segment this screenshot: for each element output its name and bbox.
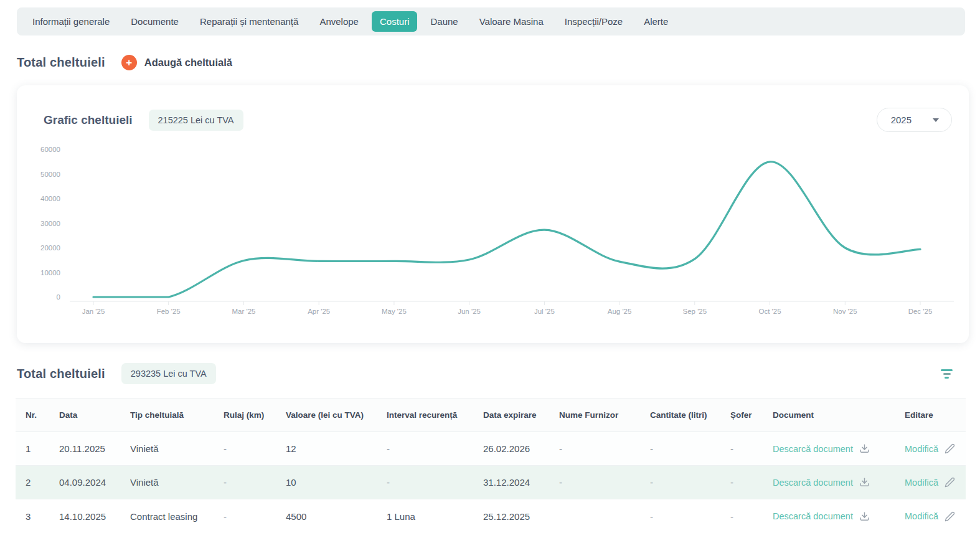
table-cell: -: [214, 477, 276, 488]
column-header-tip-cheltuial: Tip cheltuială: [120, 410, 214, 420]
edit-cell: Modifică: [895, 443, 966, 454]
table-cell: Vinietă: [120, 443, 214, 454]
edit-cell: Modifică: [895, 477, 966, 488]
tab-repara-ii-i-mentenan-[interactable]: Reparații și mentenanță: [192, 11, 306, 32]
table-cell: -: [640, 511, 720, 522]
tab-valoare-masina[interactable]: Valoare Masina: [471, 11, 552, 32]
add-expense-button[interactable]: + Adaugă cheltuială: [121, 55, 232, 70]
table-cell: 25.12.2025: [473, 511, 549, 522]
table-cell: -: [549, 477, 640, 488]
modify-link[interactable]: Modifică: [905, 444, 938, 454]
table-cell: 04.09.2024: [49, 477, 120, 488]
download-icon[interactable]: [859, 443, 870, 454]
chart-total-badge: 215225 Lei cu TVA: [149, 110, 243, 131]
expenses-table-header: Total cheltuieli 293235 Lei cu TVA: [17, 363, 965, 384]
x-tick-label: Jul '25: [534, 308, 555, 315]
table-cell: -: [214, 511, 276, 522]
tab-informa-ii-generale[interactable]: Informații generale: [24, 11, 118, 32]
x-tick-label: Nov '25: [833, 308, 857, 315]
expenses-table-head-row: Nr.DataTip cheltuialăRulaj (km)Valoare (…: [16, 398, 966, 432]
y-tick-label: 30000: [40, 220, 60, 227]
page-title: Total cheltuieli: [17, 55, 105, 70]
table-cell: 20.11.2025: [49, 443, 120, 454]
table-cell: -: [720, 443, 763, 454]
column-header-interval-recuren: Interval recurență: [377, 410, 473, 420]
download-document-link[interactable]: Descarcă document: [773, 478, 853, 488]
vehicle-tabbar: Informații generaleDocumenteReparații și…: [17, 7, 965, 35]
table-cell: 26.02.2026: [473, 443, 549, 454]
plus-icon: +: [121, 55, 137, 70]
table-cell: -: [720, 477, 763, 488]
column-header-document: Document: [763, 410, 895, 420]
x-tick-label: Dec '25: [908, 308, 933, 315]
document-cell: Descarcă document: [763, 511, 895, 522]
tab-costuri[interactable]: Costuri: [372, 11, 418, 32]
filter-icon[interactable]: [938, 367, 955, 381]
expenses-series-line: [93, 162, 920, 297]
modify-link[interactable]: Modifică: [905, 511, 938, 521]
tab-documente[interactable]: Documente: [123, 11, 187, 32]
tab-daune[interactable]: Daune: [422, 11, 466, 32]
column-header-nume-furnizor: Nume Furnizor: [549, 410, 640, 420]
table-cell: 14.10.2025: [49, 511, 120, 522]
table-cell: -: [640, 477, 720, 488]
year-select-value: 2025: [891, 115, 912, 125]
edit-pencil-icon[interactable]: [945, 511, 955, 522]
table-row: 314.10.2025Contract leasing-45001 Luna25…: [16, 499, 966, 533]
year-select[interactable]: 2025: [877, 108, 952, 132]
table-cell: -: [377, 477, 473, 488]
document-cell: Descarcă document: [763, 443, 895, 454]
table-cell: 1: [16, 443, 49, 454]
column-header-valoare-lei-cu-tva: Valoare (lei cu TVA): [276, 410, 377, 420]
column-header-nr: Nr.: [16, 410, 49, 420]
table-cell: 2: [16, 477, 49, 488]
expenses-table: Nr.DataTip cheltuialăRulaj (km)Valoare (…: [16, 398, 966, 533]
y-tick-label: 60000: [40, 146, 60, 153]
y-tick-label: 20000: [40, 244, 60, 252]
tab-alerte[interactable]: Alerte: [636, 11, 676, 32]
tab-anvelope[interactable]: Anvelope: [311, 11, 367, 32]
download-document-link[interactable]: Descarcă document: [773, 511, 853, 521]
chart-card-header: Grafic cheltuieli 215225 Lei cu TVA 2025: [17, 85, 969, 132]
document-cell: Descarcă document: [763, 477, 895, 488]
column-header-ofer: Șofer: [720, 410, 763, 420]
y-tick-label: 10000: [40, 269, 60, 276]
y-tick-label: 40000: [40, 195, 60, 202]
x-tick-label: May '25: [382, 308, 407, 315]
edit-pencil-icon[interactable]: [945, 443, 955, 454]
y-tick-label: 50000: [40, 171, 60, 178]
download-icon[interactable]: [859, 511, 870, 522]
tab-inspec-ii-poze[interactable]: Inspecții/Poze: [557, 11, 631, 32]
download-icon[interactable]: [859, 477, 870, 488]
modify-link[interactable]: Modifică: [905, 478, 938, 488]
costs-page: Informații generaleDocumenteReparații și…: [0, 0, 980, 533]
edit-cell: Modifică: [895, 511, 966, 522]
table-cell: 10: [276, 477, 377, 488]
edit-pencil-icon[interactable]: [945, 477, 955, 488]
x-tick-label: Jun '25: [458, 308, 481, 315]
download-document-link[interactable]: Descarcă document: [773, 444, 853, 454]
table-cell: 4500: [276, 511, 377, 522]
expenses-section-header: Total cheltuieli + Adaugă cheltuială: [17, 55, 965, 70]
table-cell: 3: [16, 511, 49, 522]
y-tick-label: 0: [57, 293, 60, 301]
x-tick-label: Mar '25: [232, 308, 256, 315]
expenses-chart-card: Grafic cheltuieli 215225 Lei cu TVA 2025…: [17, 85, 969, 343]
column-header-cantitate-litri: Cantitate (litri): [640, 410, 720, 420]
table-cell: -: [640, 443, 720, 454]
column-header-editare: Editare: [895, 410, 966, 420]
chart-svg: 0100002000030000400005000060000Jan '25Fe…: [17, 144, 969, 325]
table-row: 120.11.2025Vinietă-12-26.02.2026---Desca…: [16, 432, 966, 466]
table-cell: -: [214, 443, 276, 454]
x-tick-label: Apr '25: [308, 308, 330, 315]
table-cell: -: [377, 443, 473, 454]
table-cell: 1 Luna: [377, 511, 473, 522]
table-cell: 31.12.2024: [473, 477, 549, 488]
x-tick-label: Oct '25: [758, 308, 781, 315]
column-header-data-expirare: Data expirare: [473, 410, 549, 420]
table-cell: Contract leasing: [120, 511, 214, 522]
x-tick-label: Sep '25: [682, 308, 707, 315]
chart-title: Grafic cheltuieli: [44, 113, 133, 127]
table-cell: 12: [276, 443, 377, 454]
x-tick-label: Jan '25: [82, 308, 105, 315]
